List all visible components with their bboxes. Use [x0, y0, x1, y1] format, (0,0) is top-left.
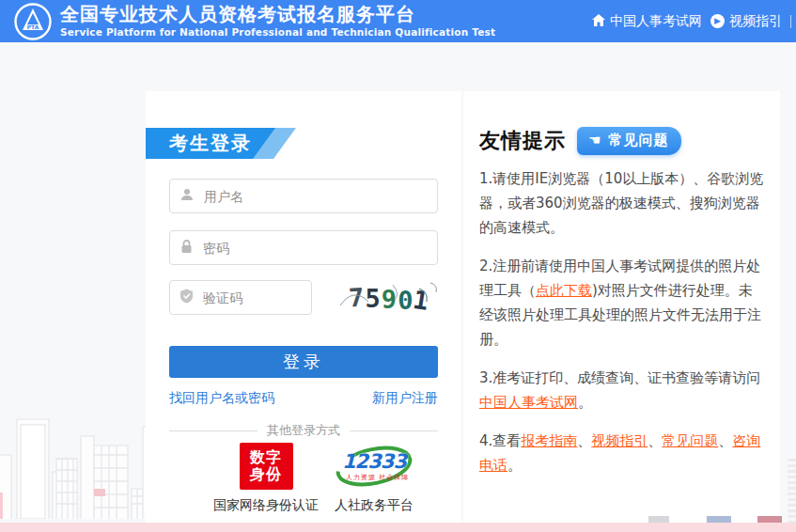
- header: PTA 全国专业技术人员资格考试报名服务平台 Service Platform …: [0, 0, 796, 42]
- digital-id-icon[interactable]: 数字身份: [240, 443, 293, 490]
- site-subtitle: Service Platform for National Profession…: [60, 26, 495, 38]
- register-link[interactable]: 新用户注册: [372, 390, 438, 407]
- other-login-label: 其他登录方式: [267, 422, 340, 439]
- captcha-field[interactable]: [169, 280, 312, 315]
- play-icon: ▶: [710, 14, 725, 28]
- hr12333-subtext: 人力资源 社会保障: [346, 473, 409, 482]
- nav-cpta-site-link[interactable]: 中国人事考试网: [592, 13, 702, 30]
- tip-text: 。: [578, 394, 592, 411]
- footer-badge-fragment: [707, 516, 731, 523]
- login-links: 找回用户名或密码 新用户注册: [169, 390, 438, 407]
- lock-icon: [179, 239, 194, 258]
- tip-link[interactable]: 报考指南: [521, 432, 577, 449]
- captcha-image[interactable]: 75901: [336, 277, 442, 317]
- other-login-divider: 其他登录方式: [169, 422, 438, 439]
- user-icon: [179, 187, 195, 206]
- captcha-noise: [336, 277, 442, 317]
- page-edge-fragment: [788, 459, 796, 523]
- tip-link[interactable]: 视频指引: [591, 432, 648, 449]
- tip-text: 。: [507, 457, 522, 474]
- tip-text: 、: [718, 432, 732, 449]
- page: PTA 全国专业技术人员资格考试报名服务平台 Service Platform …: [0, 0, 796, 532]
- tip-item: 3.准考证打印、成绩查询、证书查验等请访问中国人事考试网。: [479, 366, 766, 415]
- login-panel: 考生登录 75901: [146, 91, 461, 523]
- site-title: 全国专业技术人员资格考试报名服务平台: [60, 3, 415, 25]
- header-nav: 中国人事考试网 ▶ 视频指引 ? 常见问题: [592, 0, 796, 42]
- shield-icon: [179, 289, 194, 307]
- tips-panel: 友情提示 ☚ 常见问题 1.请使用IE浏览器（10以上版本）、谷歌浏览器，或者3…: [463, 91, 780, 523]
- footer-strip: [0, 523, 796, 532]
- hr12333-label: 人社政务平台: [322, 497, 426, 514]
- tip-text: 4.查看: [479, 432, 521, 449]
- login-methods: 数字身份 国家网络身份认证 12333 人力资源 社会保障 人社政务平台: [146, 443, 461, 518]
- digital-id-login[interactable]: 数字身份 国家网络身份认证: [210, 443, 322, 514]
- pointing-hand-icon: ☚: [588, 133, 601, 148]
- password-input[interactable]: [201, 240, 428, 257]
- cpta-logo-icon: PTA: [13, 2, 53, 41]
- login-panel-title: 考生登录: [146, 128, 275, 159]
- password-field[interactable]: [169, 230, 438, 265]
- login-panel-ribbon: 考生登录: [146, 128, 296, 159]
- digital-id-label: 国家网络身份认证: [210, 497, 322, 514]
- tip-item: 4.查看报考指南、视频指引、常见问题、咨询电话。: [479, 429, 766, 477]
- hr12333-login[interactable]: 12333 人力资源 社会保障 人社政务平台: [322, 443, 426, 514]
- tips-list: 1.请使用IE浏览器（10以上版本）、谷歌浏览器，或者360浏览器的极速模式、搜…: [479, 166, 766, 492]
- home-icon: [592, 14, 605, 29]
- hr12333-icon[interactable]: 12333 人力资源 社会保障: [335, 443, 414, 490]
- tip-text: 、: [648, 432, 662, 449]
- tip-item: 2.注册前请使用中国人事考试网提供的照片处理工具（点此下载)对照片文件进行处理。…: [479, 254, 766, 352]
- login-button[interactable]: 登录: [169, 346, 438, 378]
- hr12333-number: 12333: [342, 450, 406, 473]
- footer-badge-fragment: [757, 516, 782, 523]
- tip-link[interactable]: 常见问题: [662, 432, 718, 449]
- tip-text: 、: [577, 432, 591, 449]
- tip-link[interactable]: 中国人事考试网: [479, 394, 578, 411]
- nav-video-guide-link[interactable]: ▶ 视频指引: [710, 13, 782, 30]
- svg-text:PTA: PTA: [27, 23, 39, 30]
- tip-item: 1.请使用IE浏览器（10以上版本）、谷歌浏览器，或者360浏览器的极速模式、搜…: [479, 166, 766, 240]
- tips-header: 友情提示 ☚ 常见问题: [479, 127, 681, 155]
- username-input[interactable]: [202, 188, 428, 205]
- tip-text: 1.请使用IE浏览器（10以上版本）、谷歌浏览器，或者360浏览器的极速模式、搜…: [479, 170, 763, 236]
- faq-button[interactable]: ☚ 常见问题: [577, 127, 681, 155]
- city-skyline: [0, 399, 155, 523]
- footer-badge-fragment: [648, 516, 669, 523]
- tip-text: 3.准考证打印、成绩查询、证书查验等请访问: [479, 369, 760, 386]
- tips-title: 友情提示: [479, 127, 566, 155]
- forgot-credentials-link[interactable]: 找回用户名或密码: [169, 390, 274, 407]
- tip-link[interactable]: 点此下载: [536, 282, 592, 299]
- username-field[interactable]: [169, 179, 438, 213]
- nav-separator: [790, 15, 791, 28]
